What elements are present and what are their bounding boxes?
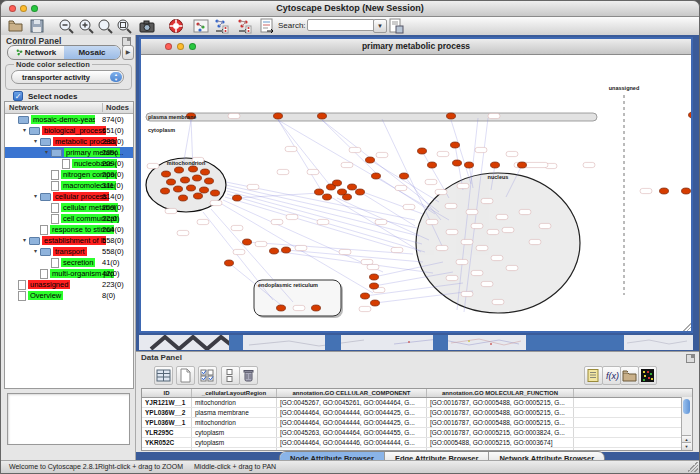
table-cell[interactable]: [GO:0045267, GO:0045261, GO:0044464, G..…: [277, 398, 427, 407]
table-cell[interactable]: [GO:0044464, GO:0044446, GO:0044444, G..…: [277, 438, 427, 447]
search-input[interactable]: [307, 19, 375, 31]
expand-arrow-icon[interactable]: ▾: [31, 191, 40, 202]
tree-row[interactable]: Overview8(0): [5, 290, 133, 301]
network-node[interactable]: [491, 162, 500, 168]
network-node[interactable]: [660, 188, 669, 194]
scrollbar-thumb[interactable]: [683, 399, 690, 414]
network-node[interactable]: [233, 195, 242, 201]
table-cell[interactable]: plasma membrane: [192, 408, 277, 417]
network-node[interactable]: [447, 113, 456, 119]
table-row[interactable]: YJR121W__1mitochondrion[GO:0045267, GO:0…: [142, 398, 692, 408]
open-file-icon[interactable]: [8, 18, 24, 34]
network-node[interactable]: [200, 187, 209, 193]
network-node[interactable]: [453, 160, 462, 166]
network-node[interactable]: [167, 179, 176, 185]
network-node[interactable]: [356, 189, 365, 195]
network-node[interactable]: [194, 193, 203, 199]
network-node[interactable]: [689, 112, 692, 118]
notes-icon[interactable]: [584, 366, 603, 385]
zoom-out-icon[interactable]: [58, 18, 74, 34]
tree-row[interactable]: ▾primary metabo209(...: [5, 147, 133, 158]
expand-arrow-icon[interactable]: ▾: [20, 235, 29, 246]
network-node[interactable]: [400, 173, 409, 179]
select-attributes-icon[interactable]: [198, 366, 217, 385]
scroll-down-button[interactable]: ▼: [682, 442, 691, 450]
expand-arrow-icon[interactable]: ▾: [20, 125, 29, 136]
expand-arrow-icon[interactable]: ▾: [31, 136, 40, 147]
network-node[interactable]: [161, 188, 170, 194]
tree-row[interactable]: ▾metabolic process280(0): [5, 136, 133, 147]
network-node[interactable]: [189, 166, 198, 172]
table-cell[interactable]: YKR052C: [142, 438, 192, 447]
tab-mosaic[interactable]: Mosaic: [64, 46, 120, 59]
network-node[interactable]: [518, 162, 527, 168]
network-node[interactable]: [366, 157, 375, 163]
unselect-attributes-icon[interactable]: [221, 366, 240, 385]
search-options-dropdown[interactable]: ▼: [373, 19, 387, 33]
frame-resize-grip[interactable]: [683, 323, 691, 331]
tree-row[interactable]: ▾transport558(0): [5, 246, 133, 257]
birds-eye-view[interactable]: [7, 393, 130, 445]
table-cell[interactable]: YJR121W__1: [142, 398, 192, 407]
table-cell[interactable]: YDR039C__1: [142, 448, 192, 451]
tree-row[interactable]: response to stimulu264(0): [5, 224, 133, 235]
help-lifesaver-icon[interactable]: [168, 18, 184, 34]
table-cell[interactable]: [GO:0044464, GO:0044444, GO:0044425, G..…: [277, 418, 427, 427]
window-resize-grip[interactable]: [688, 462, 698, 472]
table-cell[interactable]: YPL036W__2: [142, 408, 192, 417]
network-node[interactable]: [418, 148, 427, 154]
network-node[interactable]: [181, 177, 190, 183]
tree-row[interactable]: nucleobase-209(0): [5, 158, 133, 169]
table-cell[interactable]: [GO:0016787, GO:0005488, GO:0005215, G..…: [427, 418, 574, 427]
tree-row[interactable]: ▾establishment of lo558(0): [5, 235, 133, 246]
tab-overflow-arrow[interactable]: ▶: [122, 45, 134, 60]
network-view-icon[interactable]: [193, 18, 209, 34]
frame-titlebar[interactable]: primary metabolic process: [141, 39, 691, 55]
tree-row[interactable]: ▾biological_process651(0): [5, 125, 133, 136]
network-node[interactable]: [348, 184, 357, 190]
table-cell[interactable]: [GO:0016787, GO:0005215, GO:0003824, G..…: [427, 428, 574, 437]
table-cell[interactable]: [GO:0016787, GO:0005488, GO:0005215, G..…: [427, 398, 574, 407]
network-node[interactable]: [225, 260, 234, 266]
tree-row[interactable]: cell communicat22(0): [5, 213, 133, 224]
network-node[interactable]: [205, 178, 214, 184]
table-column-header[interactable]: annotation.GO MOLECULAR_FUNCTION: [427, 389, 574, 397]
table-cell[interactable]: [GO:0016787, GO:0005488, GO:0005215, G..…: [427, 408, 574, 417]
select-nodes-checkbox[interactable]: ✓: [13, 91, 23, 101]
table-cell[interactable]: mitochondrion: [192, 448, 277, 451]
tree-column-network[interactable]: Network: [9, 103, 39, 112]
float-data-panel-icon[interactable]: [686, 354, 695, 363]
save-search-icon[interactable]: [388, 18, 404, 34]
function-builder-icon[interactable]: f(x): [602, 366, 621, 385]
table-scrollbar[interactable]: ▲ ▼: [681, 397, 692, 450]
background-windows-strip[interactable]: [139, 335, 693, 350]
table-cell[interactable]: YLR295C: [142, 428, 192, 437]
network-node[interactable]: [187, 185, 196, 191]
tree-row[interactable]: multi-organism pro42(0): [5, 268, 133, 279]
tree-row[interactable]: ▾cellular process614(0): [5, 191, 133, 202]
table-column-header[interactable]: annotation.GO CELLULAR_COMPONENT: [277, 389, 427, 397]
table-row[interactable]: YPL036W__2plasma membrane[GO:0044464, GO…: [142, 408, 692, 418]
zoom-selected-region-icon[interactable]: [97, 18, 113, 34]
network-node[interactable]: [343, 194, 352, 200]
table-cell[interactable]: mitochondrion: [192, 398, 277, 407]
network-node[interactable]: [175, 167, 184, 173]
network-node[interactable]: [274, 113, 283, 119]
table-cell[interactable]: [GO:0005488, GO:0005215, GO:0003674]: [427, 438, 574, 447]
network-node[interactable]: [312, 305, 321, 311]
table-cell[interactable]: cytoplasm: [192, 428, 277, 437]
network-node[interactable]: [370, 283, 379, 289]
network-node[interactable]: [465, 162, 474, 168]
network-node[interactable]: [179, 195, 188, 201]
tree-column-nodes[interactable]: Nodes: [102, 103, 129, 112]
network-node[interactable]: [174, 186, 183, 192]
import-attributes-folder-icon[interactable]: [620, 366, 639, 385]
tree-row[interactable]: macromolecule311(0): [5, 180, 133, 191]
attribute-table-icon[interactable]: [154, 366, 173, 385]
region-plasma-membrane[interactable]: [146, 113, 597, 121]
table-cell[interactable]: [GO:0045263, GO:0044464, GO:0044455, G..…: [277, 428, 427, 437]
zoom-fit-icon[interactable]: [116, 18, 132, 34]
network-node[interactable]: [372, 173, 381, 179]
network-node[interactable]: [333, 180, 342, 186]
network-node[interactable]: [201, 169, 210, 175]
